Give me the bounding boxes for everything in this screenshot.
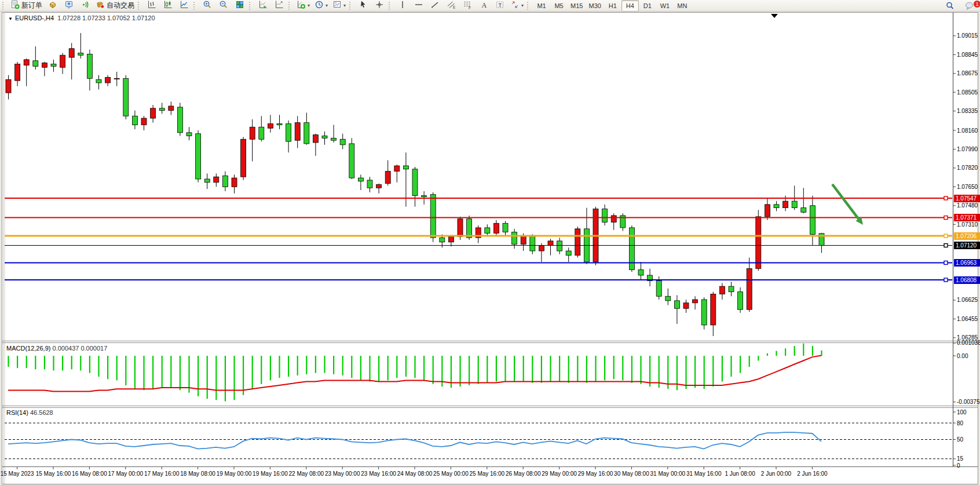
toolbar-group-grip — [138, 2, 141, 10]
toolbar-data-window-button[interactable] — [45, 0, 61, 12]
timeframe-d1-button[interactable]: D1 — [639, 0, 656, 12]
toolbar-candle-chart-type-button[interactable] — [160, 0, 176, 12]
fibo-icon: F — [463, 0, 472, 11]
trading-terminal: 新订单自动交易▾▾▾EFAT▾M1M5M15M30H1H4D1W1MN1 1.0… — [0, 0, 980, 485]
price-tick-label: 1.07990 — [957, 146, 978, 152]
price-tick-label: 1.07310 — [957, 221, 978, 228]
toolbar-new-order-button[interactable]: 新订单 — [8, 0, 45, 12]
time-axis-label: 31 May 00:00 — [650, 471, 685, 477]
time-axis-label: 23 May 00:00 — [325, 471, 360, 477]
toolbar-crosshair-button[interactable] — [371, 0, 387, 12]
toolbar-text-label-button[interactable]: T — [492, 0, 508, 12]
line-drag-handle[interactable] — [944, 261, 948, 264]
toolbar-equidistant-channel-button[interactable]: E — [443, 0, 459, 12]
time-axis-label: 30 May 08:00 — [614, 471, 649, 477]
toolbar-search-button[interactable] — [942, 1, 958, 12]
line-drag-handle[interactable] — [944, 278, 948, 282]
chevron-down-icon[interactable]: ▾ — [326, 3, 328, 8]
line-drag-handle[interactable] — [944, 243, 948, 247]
time-axis-label: 26 May 08:00 — [506, 471, 541, 477]
toolbar-right-group: 1 — [942, 1, 978, 12]
toolbar-indicators-button[interactable]: ▾ — [294, 0, 312, 12]
toolbar-zoom-in-button[interactable] — [199, 0, 215, 12]
toolbar-horizontal-line-button[interactable] — [411, 0, 427, 12]
toolbar-group-grip — [527, 2, 531, 10]
chevron-down-icon[interactable]: ▾ — [343, 3, 346, 8]
price-tick-label: 1.07480 — [957, 202, 978, 209]
toolbar-tile-windows-button[interactable] — [232, 0, 248, 12]
timeframe-m5-button[interactable]: M5 — [550, 0, 568, 12]
toolbar-algo-trading-button[interactable]: 自动交易 — [93, 0, 137, 12]
time-axis-label: 25 May 00:00 — [433, 471, 469, 477]
rsi-tick-label: 100 — [957, 409, 967, 415]
toolbar-market-watch-button[interactable] — [61, 0, 77, 12]
chartshift-icon — [275, 0, 284, 11]
line-drag-handle[interactable] — [944, 234, 948, 238]
macd-tick-label: 0.00 — [957, 353, 968, 359]
toolbar-auto-scroll-button[interactable] — [255, 0, 271, 12]
macd-tick-label: 0.001038 — [957, 340, 980, 346]
rsi-tick-label: 0 — [957, 462, 960, 469]
toolbar-arrows-button[interactable]: ▾ — [508, 0, 526, 12]
broadcast-icon — [81, 0, 90, 11]
time-axis-label: 19 May 16:00 — [253, 471, 288, 477]
toolbar-periods-button[interactable]: ▾ — [312, 0, 330, 12]
time-axis-label: 16 May 08:00 — [72, 471, 107, 477]
timeframe-w1-button[interactable]: W1 — [656, 0, 674, 12]
main-toolbar: 新订单自动交易▾▾▾EFAT▾M1M5M15M30H1H4D1W1MN1 — [0, 0, 980, 12]
price-tick-label: 1.08675 — [957, 70, 978, 76]
chevron-down-icon[interactable]: ▾ — [521, 3, 524, 8]
line-drag-handle[interactable] — [944, 216, 948, 220]
time-axis-label: 15 May 16:00 — [36, 471, 71, 477]
labelT-icon: T — [495, 0, 504, 11]
tiles-icon — [235, 0, 244, 11]
toolbar-line-chart-type-button[interactable] — [176, 0, 192, 12]
toolbar-cursor-button[interactable] — [355, 0, 371, 12]
linechart-icon — [180, 0, 189, 11]
toolbar-signals-button[interactable] — [77, 0, 93, 12]
textA-icon: A — [479, 0, 488, 11]
rsi-tick-label: 50 — [957, 436, 964, 443]
toolbar-group-grip — [249, 2, 253, 10]
timeframe-m30-button[interactable]: M30 — [586, 0, 604, 12]
clock-icon — [315, 0, 324, 11]
price-tick-label: 1.08505 — [957, 89, 978, 96]
time-axis-label: 2 Jun 00:00 — [761, 471, 792, 477]
timeframe-m15-button[interactable]: M15 — [568, 0, 586, 12]
zoomout-icon — [219, 0, 228, 11]
time-axis-label: 23 May 16:00 — [361, 471, 396, 477]
cursor-icon — [359, 0, 368, 11]
symbol-dropdown-icon[interactable]: ▼ — [8, 16, 13, 21]
bars-icon — [147, 0, 156, 11]
time-axis-label: 25 May 16:00 — [469, 471, 504, 477]
price-tick-label: 1.06625 — [957, 297, 978, 303]
time-axis-label: 29 May 00:00 — [542, 471, 577, 477]
chevron-down-icon[interactable]: ▾ — [308, 3, 310, 8]
line-drag-handle[interactable] — [944, 196, 948, 200]
toolbar-text-button[interactable]: A — [476, 0, 492, 12]
toolbar-trendline-button[interactable] — [427, 0, 443, 12]
rsi-tick-label: 15 — [957, 455, 964, 462]
toolbar-vertical-line-button[interactable] — [394, 0, 411, 12]
toolbar-bar-chart-type-button[interactable] — [144, 0, 160, 12]
time-axis-label: 15 May 2023 — [1, 471, 34, 477]
cube-icon — [48, 0, 57, 11]
toolbar-templates-button[interactable]: ▾ — [330, 0, 348, 12]
timeframe-h4-button[interactable]: H4 — [621, 0, 639, 12]
timeframe-m1-button[interactable]: M1 — [533, 0, 550, 12]
chart-ohlc-values: 1.07228 1.07233 1.07052 1.07120 — [57, 14, 155, 21]
toolbar-fibonacci-button[interactable]: F — [459, 0, 476, 12]
timeframe-h1-button[interactable]: H1 — [604, 0, 621, 12]
monitor-icon — [64, 0, 74, 11]
crosshair-icon — [375, 0, 384, 11]
toolbar-zoom-out-button[interactable] — [215, 0, 232, 12]
toolbar-chart-shift-button[interactable] — [271, 0, 287, 12]
chart-canvas[interactable]: 1.090151.088451.086751.085051.083351.081… — [0, 0, 980, 485]
timeframe-mn-button[interactable]: MN — [674, 0, 691, 12]
notification-count-badge: 1 — [973, 0, 980, 8]
bucket-icon — [96, 0, 105, 11]
time-axis-label: 2 Jun 16:00 — [797, 471, 828, 477]
svg-text:F: F — [469, 6, 471, 10]
price-tick-label: 1.08160 — [957, 127, 978, 134]
toolbar-group-grip — [288, 2, 292, 10]
